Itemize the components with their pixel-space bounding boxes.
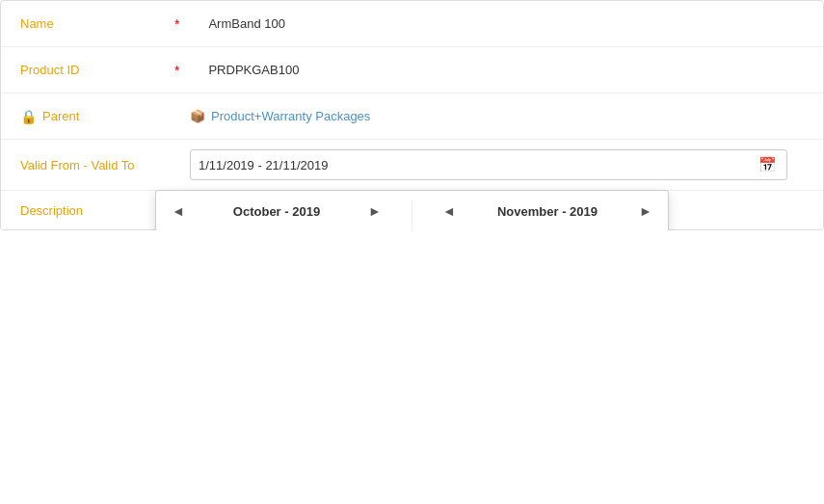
oct-col-fr: Fr bbox=[324, 229, 356, 230]
package-icon: 📦 bbox=[190, 109, 205, 123]
parent-label: 🔒 Parent bbox=[20, 109, 174, 124]
nov-col-mo: Mo bbox=[468, 229, 500, 230]
name-label: Name bbox=[20, 16, 174, 31]
november-title: November - 2019 bbox=[460, 204, 635, 219]
calendar-november: ◄ November - 2019 ► Su Mo Tu We Th Fr Sa bbox=[437, 200, 658, 230]
date-input-text: 1/11/2019 - 21/11/2019 bbox=[199, 158, 757, 172]
valid-date-row: Valid From - Valid To 1/11/2019 - 21/11/… bbox=[1, 140, 823, 191]
product-id-label: Product ID bbox=[20, 63, 174, 77]
november-header: ◄ November - 2019 ► bbox=[437, 200, 658, 222]
oct-col-sa: Sa bbox=[356, 229, 387, 230]
valid-label-text: Valid From - Valid To bbox=[20, 158, 135, 172]
november-grid: Su Mo Tu We Th Fr Sa 27 28 bbox=[437, 229, 658, 230]
calendar-icon-button[interactable]: 📅 bbox=[757, 156, 779, 173]
date-input-wrapper[interactable]: 1/11/2019 - 21/11/2019 📅 bbox=[190, 149, 787, 180]
name-value: ArmBand 100 bbox=[179, 16, 804, 31]
description-label-text: Description bbox=[20, 203, 83, 218]
october-next-button[interactable]: ► bbox=[364, 200, 385, 222]
nov-col-su: Su bbox=[437, 229, 468, 230]
product-id-row: Product ID * PRDPKGAB100 bbox=[1, 47, 823, 93]
calendar-popup: ◄ October - 2019 ► Su Mo Tu We Th Fr Sa bbox=[155, 190, 669, 230]
november-prev-button[interactable]: ◄ bbox=[439, 200, 460, 222]
october-title: October - 2019 bbox=[189, 204, 364, 219]
parent-row: 🔒 Parent 📦 Product+Warranty Packages bbox=[1, 93, 823, 140]
oct-col-tu: Tu bbox=[229, 229, 261, 230]
nov-col-sa: Sa bbox=[626, 229, 658, 230]
nov-col-fr: Fr bbox=[595, 229, 626, 230]
november-days-header-row: Su Mo Tu We Th Fr Sa bbox=[437, 229, 658, 230]
oct-col-we: We bbox=[261, 229, 293, 230]
oct-col-th: Th bbox=[292, 229, 324, 230]
nov-col-th: Th bbox=[563, 229, 595, 230]
oct-col-mo: Mo bbox=[198, 229, 229, 230]
valid-label: Valid From - Valid To bbox=[20, 158, 174, 172]
october-prev-button[interactable]: ◄ bbox=[168, 200, 189, 222]
form-container: Name * ArmBand 100 Product ID * PRDPKGAB… bbox=[0, 0, 824, 230]
calendar-october: ◄ October - 2019 ► Su Mo Tu We Th Fr Sa bbox=[166, 200, 387, 230]
nov-col-we: We bbox=[532, 229, 564, 230]
lock-icon: 🔒 bbox=[20, 109, 37, 124]
description-label: Description bbox=[20, 203, 174, 218]
november-next-button[interactable]: ► bbox=[635, 200, 656, 222]
october-days-header-row: Su Mo Tu We Th Fr Sa bbox=[166, 229, 387, 230]
name-row: Name * ArmBand 100 bbox=[1, 1, 823, 47]
parent-value[interactable]: 📦 Product+Warranty Packages bbox=[174, 109, 804, 123]
october-grid: Su Mo Tu We Th Fr Sa 29 30 bbox=[166, 229, 387, 230]
october-header: ◄ October - 2019 ► bbox=[166, 200, 387, 222]
parent-label-text: Parent bbox=[42, 109, 79, 123]
product-id-value: PRDPKGAB100 bbox=[179, 63, 804, 77]
calendar-separator bbox=[412, 200, 412, 230]
nov-col-tu: Tu bbox=[500, 229, 532, 230]
product-id-label-text: Product ID bbox=[20, 63, 79, 77]
oct-col-su: Su bbox=[166, 229, 198, 230]
date-field-wrapper: 1/11/2019 - 21/11/2019 📅 bbox=[174, 149, 804, 180]
name-label-text: Name bbox=[20, 16, 54, 31]
parent-link[interactable]: 📦 Product+Warranty Packages bbox=[190, 109, 804, 123]
parent-link-text: Product+Warranty Packages bbox=[211, 109, 370, 123]
